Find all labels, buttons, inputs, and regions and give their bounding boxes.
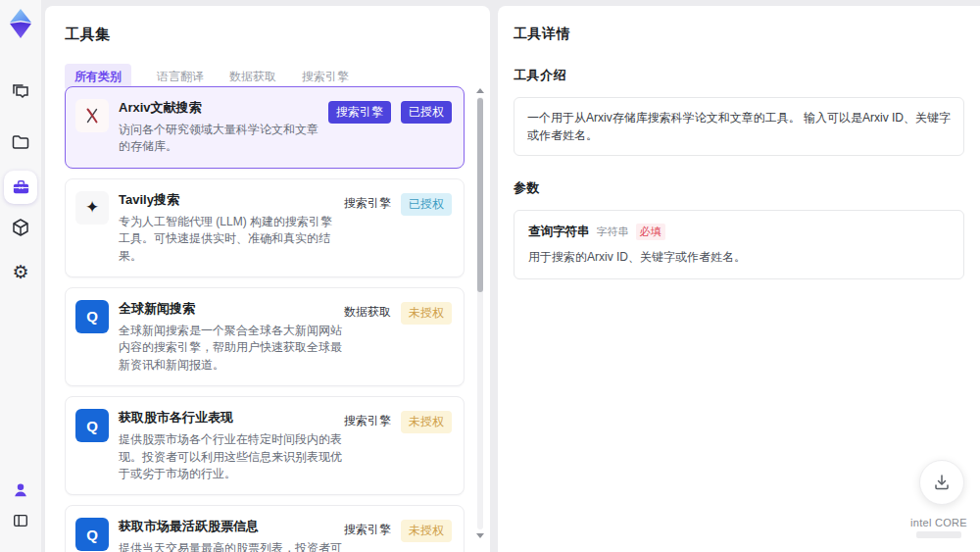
params-heading: 参数	[514, 179, 964, 197]
folder-icon[interactable]	[11, 132, 30, 152]
arxiv-icon	[75, 99, 109, 132]
brand-text: intel CORE	[909, 517, 968, 528]
collapse-panel-icon[interactable]	[12, 512, 29, 529]
tool-description: 专为人工智能代理 (LLM) 构建的搜索引擎工具。可快速提供实时、准确和真实的结…	[119, 214, 342, 265]
status-badge: 已授权	[401, 101, 452, 124]
tool-detail-panel: 工具详情 工具介绍 一个用于从Arxiv存储库搜索科学论文和文章的工具。 输入可…	[498, 6, 980, 552]
tool-description: 全球新闻搜索是一个聚合全球各大新闻网站内容的搜索引擎，帮助用户快速获取全球最新资…	[119, 323, 342, 374]
list-scrollbar[interactable]	[476, 88, 484, 538]
intro-heading: 工具介绍	[514, 67, 964, 84]
download-icon	[932, 473, 952, 492]
tool-card-sector-performance[interactable]: Q 获取股市各行业表现 提供股票市场各个行业在特定时间段内的表现。投资者可以利用…	[65, 396, 465, 495]
page-title: 工具集	[65, 25, 490, 44]
toolbox-nav-active[interactable]	[4, 171, 37, 204]
toolbox-icon	[12, 178, 30, 197]
tool-card-arxiv[interactable]: Arxiv文献搜索 访问各个研究领域大量科学论文和文章的存储库。 搜索引擎 已授…	[65, 86, 465, 169]
tool-name: 全球新闻搜索	[119, 300, 342, 318]
category-badge: 搜索引擎	[328, 101, 391, 124]
chat-icon[interactable]	[11, 82, 30, 102]
tool-list-panel: 工具集 所有类别 语言翻译 数据获取 搜索引擎 Arxiv文献搜索 访问各个研究…	[45, 6, 490, 552]
tool-name: 获取市场最活跃股票信息	[119, 518, 342, 535]
tool-description: 访问各个研究领域大量科学论文和文章的存储库。	[119, 122, 328, 156]
download-button[interactable]	[919, 460, 964, 505]
param-card: 查询字符串 字符串 必填 用于搜索的Arxiv ID、关键字或作者姓名。	[514, 210, 964, 279]
param-name: 查询字符串	[528, 224, 590, 240]
category-label: 搜索引擎	[344, 411, 391, 429]
settings-icon[interactable]: ⚙	[12, 263, 28, 281]
left-rail: ⚙	[0, 0, 41, 552]
status-badge: 未授权	[401, 411, 452, 433]
tool-name: 获取股市各行业表现	[119, 409, 342, 427]
tool-name: Arxiv文献搜索	[119, 99, 328, 117]
tool-card-global-news[interactable]: Q 全球新闻搜索 全球新闻搜索是一个聚合全球各大新闻网站内容的搜索引擎，帮助用户…	[65, 287, 465, 386]
category-label: 数据获取	[344, 302, 391, 321]
tool-description: 提供股票市场各个行业在特定时间段内的表现。投资者可以利用这些信息来识别表现优于或…	[119, 431, 342, 482]
param-required-badge: 必填	[636, 224, 665, 240]
quark-icon: Q	[75, 409, 109, 442]
app-logo-icon[interactable]	[5, 7, 36, 40]
tool-card-active-stocks[interactable]: Q 获取市场最活跃股票信息 提供当天交易量最高的股票列表，投资者可以利用这些信息…	[65, 505, 465, 552]
scrollbar-thumb[interactable]	[477, 98, 483, 292]
intro-box: 一个用于从Arxiv存储库搜索科学论文和文章的工具。 输入可以是Arxiv ID…	[514, 97, 964, 156]
scroll-up-arrow[interactable]	[476, 88, 484, 93]
tool-card-tavily[interactable]: ✦ Tavily搜索 专为人工智能代理 (LLM) 构建的搜索引擎工具。可快速提…	[65, 178, 465, 277]
cube-icon[interactable]	[11, 218, 30, 237]
quark-icon: Q	[75, 300, 109, 333]
scroll-down-arrow[interactable]	[476, 533, 484, 538]
tool-list: Arxiv文献搜索 访问各个研究领域大量科学论文和文章的存储库。 搜索引擎 已授…	[65, 86, 465, 552]
tool-description: 提供当天交易量最高的股票列表，投资者可以利用这些信息来识别流动性强的股票和潜在的…	[119, 540, 342, 552]
param-description: 用于搜索的Arxiv ID、关键字或作者姓名。	[528, 249, 950, 266]
status-badge: 未授权	[401, 520, 452, 542]
status-badge: 未授权	[401, 302, 452, 325]
brand-watermark	[916, 531, 961, 538]
status-badge: 已授权	[401, 193, 452, 216]
tavily-icon: ✦	[75, 191, 109, 225]
intro-text: 一个用于从Arxiv存储库搜索科学论文和文章的工具。 输入可以是Arxiv ID…	[527, 111, 951, 142]
user-avatar-icon[interactable]	[12, 481, 29, 499]
tool-name: Tavily搜索	[119, 191, 342, 209]
category-label: 搜索引擎	[344, 520, 391, 538]
category-label: 搜索引擎	[344, 193, 391, 212]
param-type: 字符串	[597, 225, 629, 239]
quark-icon: Q	[75, 518, 109, 551]
brand-mark: intel CORE	[909, 517, 968, 538]
detail-title: 工具详情	[514, 25, 964, 43]
